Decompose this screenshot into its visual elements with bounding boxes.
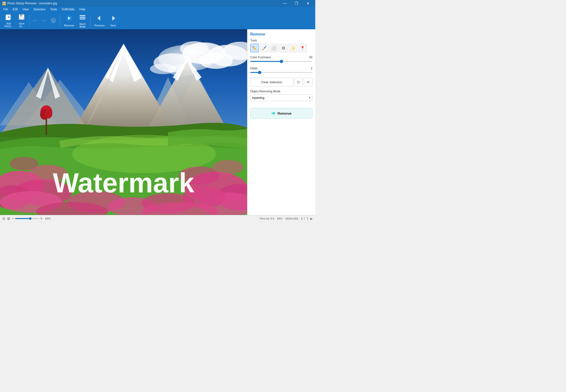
dilate-track[interactable] xyxy=(250,72,312,73)
remove-action-button[interactable]: ➜ Remove xyxy=(250,108,312,119)
remove-button-toolbar[interactable]: Remove xyxy=(62,14,76,28)
svg-rect-5 xyxy=(20,14,22,16)
zoom-slider[interactable] xyxy=(15,218,39,219)
menu-edit[interactable]: Edit xyxy=(10,7,20,12)
svg-rect-13 xyxy=(80,18,85,19)
save-icon xyxy=(18,14,25,21)
menu-help[interactable]: Help xyxy=(77,7,88,12)
fit-window-icon[interactable]: ⊡ xyxy=(2,217,5,221)
next-label: Next xyxy=(111,24,116,27)
magic-wand-icon: ✨ xyxy=(291,46,295,50)
photo-wrapper: Watermark xyxy=(0,29,247,215)
undo-redo-group: ↩ ↪ 🕐 xyxy=(31,16,58,25)
color-fuzziness-thumb[interactable] xyxy=(280,60,283,63)
menu-tools[interactable]: Tools xyxy=(48,7,59,12)
add-files-button[interactable]: AddFile(s)... xyxy=(2,14,15,28)
previous-label: Previous xyxy=(94,24,105,27)
menu-bar: File Edit View Selection Tools SoftOrbit… xyxy=(0,7,315,12)
info-icon[interactable]: ℹ xyxy=(301,217,302,221)
minimize-button[interactable]: — xyxy=(279,0,290,7)
batch-mode-button[interactable]: BatchMode xyxy=(76,14,89,28)
stamp-tool-button[interactable]: 📍 xyxy=(298,44,307,52)
invert-icon: ⊞ xyxy=(307,80,309,84)
zoom-out-button[interactable]: − xyxy=(12,216,14,221)
redo-icon: ↪ xyxy=(42,17,46,24)
menu-selection[interactable]: Selection xyxy=(31,7,48,12)
toolbar: AddFile(s)... Saveas... ↩ ↪ 🕐 xyxy=(0,12,315,29)
crop-to-selection-button[interactable]: ⊡ xyxy=(294,78,303,86)
tools-label: Tools xyxy=(250,39,312,42)
window-controls: — ❐ ✕ xyxy=(279,0,313,7)
window-title: Photo Stamp Remover - mountains.jpg xyxy=(7,2,279,5)
status-bar: ⊡ ⊞ − + 63% Time (s): 0.0 63% 1920x1252 … xyxy=(0,215,315,222)
right-panel: Remove Tools ✏️ 🖌️ ⬜ ⊙ ✨ xyxy=(247,29,315,215)
color-fuzziness-value: 50 xyxy=(309,56,312,59)
close-button[interactable]: ✕ xyxy=(302,0,313,7)
remove-toolbar-label: Remove xyxy=(64,24,74,27)
status-right: Time (s): 0.0 63% 1920x1252 ℹ f 𝕏 ▶ xyxy=(259,217,313,221)
rect-select-tool-button[interactable]: ⬜ xyxy=(269,44,278,52)
panel-title: Remove xyxy=(250,32,312,36)
next-button[interactable]: Next xyxy=(107,14,119,28)
color-fuzziness-fill xyxy=(250,61,282,62)
color-fuzziness-track[interactable] xyxy=(250,61,312,62)
remove-arrow-icon: ➜ xyxy=(271,110,275,116)
lasso-tool-button[interactable]: ⊙ xyxy=(279,44,288,52)
dilate-label: Dilate xyxy=(250,67,258,70)
status-icons: ℹ f 𝕏 ▶ xyxy=(301,217,313,221)
zoom-slider-fill xyxy=(15,218,29,219)
brush-tool-button[interactable]: ✏️ xyxy=(250,44,259,52)
magic-wand-button[interactable]: ✨ xyxy=(289,44,297,52)
crop-icon: ⊡ xyxy=(297,80,300,84)
svg-point-21 xyxy=(180,41,209,56)
mode-select[interactable]: Inpainting Content-Aware Fill Solid Colo… xyxy=(250,95,312,101)
remove-icon xyxy=(65,14,73,23)
divider-2 xyxy=(60,15,60,27)
history-button[interactable]: 🕐 xyxy=(48,16,58,25)
zoom-status: 63% xyxy=(277,217,283,220)
eraser-icon: 🖌️ xyxy=(262,46,267,50)
svg-point-59 xyxy=(45,109,52,119)
clear-selection-button[interactable]: Clear Selection xyxy=(250,78,293,86)
canvas-area[interactable]: Watermark xyxy=(0,29,247,215)
undo-button[interactable]: ↩ xyxy=(31,16,39,25)
color-fuzziness-label: Color Fuzziness xyxy=(250,56,271,59)
clear-selection-row: Clear Selection ⊡ ⊞ xyxy=(250,78,312,86)
svg-point-54 xyxy=(10,157,38,170)
save-as-label: Saveas... xyxy=(19,22,25,28)
previous-button[interactable]: Previous xyxy=(92,14,107,28)
photo-container: Watermark xyxy=(0,29,247,215)
add-files-label: AddFile(s)... xyxy=(4,22,13,28)
menu-file[interactable]: File xyxy=(1,7,10,12)
app-icon: 🖼️ xyxy=(2,1,6,5)
dilate-thumb[interactable] xyxy=(258,71,261,74)
previous-icon xyxy=(96,14,103,23)
batch-icon xyxy=(79,13,86,22)
next-icon xyxy=(109,14,117,23)
time-display: Time (s): 0.0 xyxy=(259,217,274,220)
redo-button[interactable]: ↪ xyxy=(40,16,48,25)
svg-rect-11 xyxy=(80,15,85,16)
save-as-button[interactable]: Saveas... xyxy=(15,14,28,28)
dilate-row: Dilate 2 xyxy=(250,67,312,75)
tools-row: ✏️ 🖌️ ⬜ ⊙ ✨ 📍 xyxy=(250,44,312,52)
restore-button[interactable]: ❐ xyxy=(291,0,302,7)
main-area: Watermark Remove Tools ✏️ 🖌️ ⬜ ⊙ xyxy=(0,29,315,215)
zoom-controls: − + xyxy=(12,216,42,221)
invert-selection-button[interactable]: ⊞ xyxy=(304,78,312,86)
eraser-tool-button[interactable]: 🖌️ xyxy=(260,44,269,52)
menu-softorbits[interactable]: SoftOrbits xyxy=(59,7,77,12)
history-icon: 🕐 xyxy=(50,17,57,24)
twitter-icon[interactable]: 𝕏 xyxy=(306,217,309,221)
actual-size-icon[interactable]: ⊞ xyxy=(7,217,10,221)
svg-marker-15 xyxy=(112,16,115,21)
facebook-icon[interactable]: f xyxy=(304,217,305,221)
zoom-in-button[interactable]: + xyxy=(40,216,42,221)
youtube-icon[interactable]: ▶ xyxy=(310,217,313,221)
color-fuzziness-row: Color Fuzziness 50 xyxy=(250,56,312,64)
zoom-percent: 63% xyxy=(45,217,51,220)
zoom-thumb[interactable] xyxy=(29,217,31,220)
mode-select-wrapper: Inpainting Content-Aware Fill Solid Colo… xyxy=(250,95,312,105)
menu-view[interactable]: View xyxy=(20,7,31,12)
undo-icon: ↩ xyxy=(33,17,37,24)
